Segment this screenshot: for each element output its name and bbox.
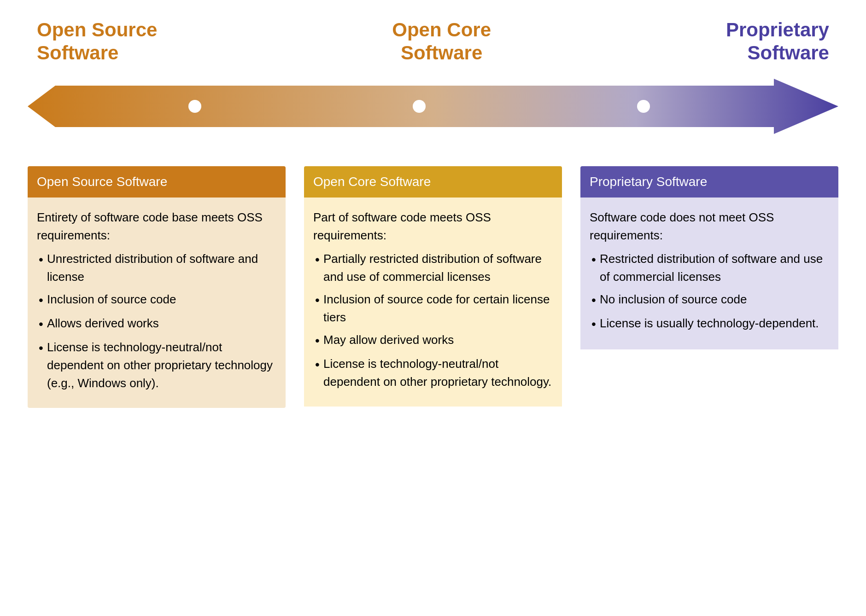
oc-bullet-4: • License is technology-neutral/not depe… (313, 355, 553, 391)
oss-bullet-1: • Unrestricted distribution of software … (37, 250, 276, 286)
oc-bullet-2: • Inclusion of source code for certain l… (313, 291, 553, 326)
cards-section: Open Source Software Entirety of softwar… (28, 166, 838, 408)
card-prop-header: Proprietary Software (580, 166, 838, 198)
card-prop-body: Software code does not meet OSS requirem… (580, 198, 838, 349)
prop-bullet-1: • Restricted distribution of software an… (590, 250, 829, 286)
dot-oc (413, 100, 426, 113)
card-oss-header: Open Source Software (28, 166, 286, 198)
bullet-dot-icon: • (315, 355, 323, 391)
prop-bullet-2: • No inclusion of source code (590, 291, 829, 310)
dot-oss (188, 100, 201, 113)
arrow-dots (28, 79, 838, 134)
card-open-core: Open Core Software Part of software code… (304, 166, 562, 408)
header-labels: Open Source Software Open Core Software … (28, 18, 838, 65)
card-oc-body: Part of software code meets OSS requirem… (304, 198, 562, 407)
bullet-dot-icon: • (315, 331, 323, 350)
bullet-dot-icon: • (315, 291, 323, 326)
oss-bullet-4: • License is technology-neutral/not depe… (37, 338, 276, 392)
oss-bullet-2: • Inclusion of source code (37, 291, 276, 310)
card-proprietary: Proprietary Software Software code does … (580, 166, 838, 408)
card-open-source: Open Source Software Entirety of softwar… (28, 166, 286, 408)
bullet-dot-icon: • (39, 338, 47, 392)
bullet-dot-icon: • (315, 250, 323, 286)
label-open-core: Open Core Software (392, 18, 491, 65)
bullet-dot-icon: • (39, 291, 47, 310)
bullet-dot-icon: • (39, 314, 47, 334)
spectrum-arrow (28, 79, 838, 134)
bullet-dot-icon: • (591, 291, 600, 310)
bullet-dot-icon: • (591, 314, 600, 334)
oss-bullet-3: • Allows derived works (37, 314, 276, 334)
label-open-source: Open Source Software (37, 18, 157, 65)
card-oc-header: Open Core Software (304, 166, 562, 198)
card-oss-body: Entirety of software code base meets OSS… (28, 198, 286, 408)
bullet-dot-icon: • (39, 250, 47, 286)
oc-bullet-3: • May allow derived works (313, 331, 553, 350)
bullet-dot-icon: • (591, 250, 600, 286)
dot-prop (637, 100, 650, 113)
prop-bullet-3: • License is usually technology-dependen… (590, 314, 829, 334)
oc-bullet-1: • Partially restricted distribution of s… (313, 250, 553, 286)
label-proprietary: Proprietary Software (726, 18, 829, 65)
